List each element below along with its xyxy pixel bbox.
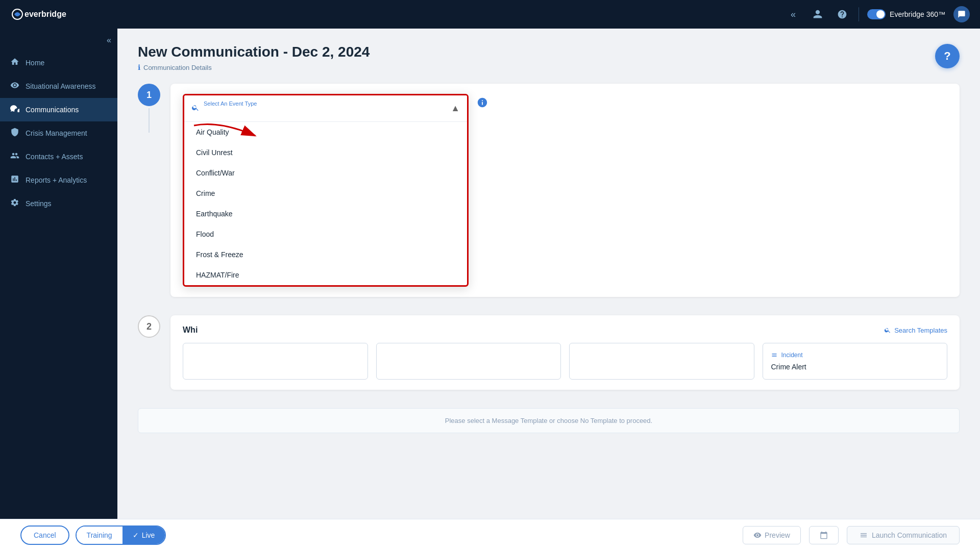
event-item-civil-unrest[interactable]: Civil Unrest xyxy=(184,142,467,163)
preview-button[interactable]: Preview xyxy=(743,526,801,544)
event-type-list: Air Quality Civil Unrest Conflict/War Cr… xyxy=(184,122,467,285)
event-type-search-input[interactable] xyxy=(204,108,451,116)
dropdown-select-label: Select An Event Type xyxy=(204,101,451,107)
template-card-1[interactable] xyxy=(183,343,368,380)
help-topbar-icon[interactable] xyxy=(834,6,850,22)
template-grid: Incident Crime Alert xyxy=(183,343,947,380)
app-logo: everbridge xyxy=(10,6,82,22)
sidebar-item-crisis-management[interactable]: Crisis Management xyxy=(0,121,117,145)
comm-details-label: Communication Details xyxy=(143,64,212,71)
footer-left: Cancel Training ✓ Live xyxy=(20,525,166,545)
toggle-switch[interactable] xyxy=(867,9,886,19)
communications-icon xyxy=(10,104,19,115)
help-button[interactable]: ? xyxy=(935,44,960,68)
sidebar-item-settings[interactable]: Settings xyxy=(0,192,117,215)
event-type-dropdown[interactable]: Select An Event Type ▲ Air Quality Civil… xyxy=(183,94,469,287)
crisis-management-label: Crisis Management xyxy=(26,129,87,137)
step2-header: Whi Search Templates xyxy=(183,325,947,335)
bottom-notice-text: Please select a Message Template or choo… xyxy=(445,417,652,424)
sidebar: « Home Situational Awareness Communicati… xyxy=(0,29,117,519)
live-mode-button[interactable]: ✓ Live xyxy=(122,527,165,544)
contacts-assets-icon xyxy=(10,151,19,162)
home-label: Home xyxy=(26,59,44,67)
comm-details-bar: ℹ Communication Details xyxy=(138,63,960,71)
preview-label: Preview xyxy=(765,531,790,539)
template-4-category: Incident xyxy=(771,352,939,359)
live-check-icon: ✓ xyxy=(133,531,139,539)
step2-who-label: Whi xyxy=(183,325,198,335)
collapse-icon[interactable]: « xyxy=(785,6,801,22)
event-item-crime[interactable]: Crime xyxy=(184,183,467,204)
page-title: New Communication - Dec 2, 2024 xyxy=(138,44,960,60)
user-icon[interactable] xyxy=(810,6,826,22)
topbar: everbridge « Everbridge 360™ xyxy=(0,0,980,29)
sidebar-item-situational-awareness[interactable]: Situational Awareness xyxy=(0,74,117,98)
contacts-assets-label: Contacts + Assets xyxy=(26,153,83,161)
search-templates-label: Search Templates xyxy=(894,327,947,334)
sidebar-item-communications[interactable]: Communications xyxy=(0,98,117,121)
training-mode-button[interactable]: Training xyxy=(77,527,122,544)
situational-awareness-label: Situational Awareness xyxy=(26,82,96,90)
product-name-label: Everbridge 360™ xyxy=(890,10,945,18)
launch-label: Launch Communication xyxy=(872,531,947,539)
reports-analytics-label: Reports + Analytics xyxy=(26,176,87,184)
sidebar-item-home[interactable]: Home xyxy=(0,51,117,74)
situational-awareness-icon xyxy=(10,81,19,92)
template-4-title: Crime Alert xyxy=(771,363,939,371)
everbridge360-toggle[interactable]: Everbridge 360™ xyxy=(867,9,945,19)
sidebar-collapse-button[interactable]: « xyxy=(107,36,111,45)
calendar-button[interactable] xyxy=(809,526,839,544)
dropdown-search-icon xyxy=(191,104,200,114)
divider xyxy=(859,7,859,21)
chat-icon[interactable] xyxy=(953,6,970,22)
sidebar-item-reports-analytics[interactable]: Reports + Analytics xyxy=(0,168,117,192)
cancel-button[interactable]: Cancel xyxy=(20,525,69,545)
event-item-hazmat-fire[interactable]: HAZMAT/Fire xyxy=(184,265,467,285)
crisis-management-icon xyxy=(10,128,19,139)
sidebar-item-contacts-assets[interactable]: Contacts + Assets xyxy=(0,145,117,168)
template-card-3[interactable] xyxy=(569,343,754,380)
mode-group: Training ✓ Live xyxy=(76,525,166,545)
content-area: ? New Communication - Dec 2, 2024 ℹ Comm… xyxy=(117,29,980,519)
live-label: Live xyxy=(142,531,155,539)
template-card-2[interactable] xyxy=(376,343,561,380)
search-templates-button[interactable]: Search Templates xyxy=(884,327,947,334)
event-item-conflict-war[interactable]: Conflict/War xyxy=(184,163,467,183)
reports-analytics-icon xyxy=(10,174,19,186)
toggle-knob xyxy=(876,10,885,18)
dropdown-search-bar[interactable]: Select An Event Type ▲ xyxy=(184,95,467,122)
event-item-air-quality[interactable]: Air Quality xyxy=(184,122,467,142)
event-item-frost-freeze[interactable]: Frost & Freeze xyxy=(184,244,467,265)
bottom-notice: Please select a Message Template or choo… xyxy=(138,408,960,433)
footer-right: Preview Launch Communication xyxy=(743,526,960,544)
sidebar-collapse-area: « xyxy=(0,34,117,51)
event-info-icon[interactable] xyxy=(477,97,488,111)
dropdown-chevron-icon[interactable]: ▲ xyxy=(451,103,460,114)
topbar-right: « Everbridge 360™ xyxy=(785,6,970,22)
comm-details-icon: ℹ xyxy=(138,63,140,71)
main-layout: « Home Situational Awareness Communicati… xyxy=(0,29,980,519)
logo-svg: everbridge xyxy=(10,6,82,22)
event-item-earthquake[interactable]: Earthquake xyxy=(184,204,467,224)
footer-bar: Cancel Training ✓ Live Preview Launch Co… xyxy=(0,519,980,551)
home-icon xyxy=(10,57,19,68)
launch-button[interactable]: Launch Communication xyxy=(847,526,960,544)
step1-circle: 1 xyxy=(138,84,160,106)
template-card-4[interactable]: Incident Crime Alert xyxy=(763,343,948,380)
svg-text:everbridge: everbridge xyxy=(24,10,66,18)
settings-icon xyxy=(10,198,19,209)
communications-label: Communications xyxy=(26,106,79,114)
settings-label: Settings xyxy=(26,199,52,208)
step2-circle: 2 xyxy=(138,315,160,338)
event-item-flood[interactable]: Flood xyxy=(184,224,467,244)
